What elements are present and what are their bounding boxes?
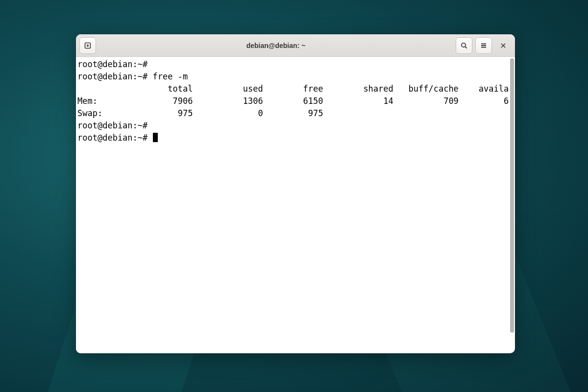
search-button[interactable] (456, 37, 472, 54)
scrollbar[interactable] (509, 57, 515, 353)
svg-line-4 (465, 47, 466, 48)
svg-point-3 (462, 43, 466, 47)
terminal-line: root@debian:~# (77, 58, 509, 71)
terminal-line: root@debian:~# (77, 120, 509, 132)
terminal-window: debian@debian: ~ (76, 34, 515, 353)
search-icon (460, 42, 468, 49)
terminal-line: Swap: 975 0 975 (77, 107, 509, 120)
terminal-line: total used free shared buff/cache availa… (77, 83, 509, 95)
menu-button[interactable] (475, 37, 492, 54)
new-tab-icon (84, 42, 92, 49)
close-icon (500, 42, 507, 49)
close-button[interactable] (495, 37, 512, 54)
terminal-line: root@debian:~# (77, 132, 509, 144)
scrollbar-thumb[interactable] (510, 58, 514, 333)
new-tab-button[interactable] (79, 37, 96, 54)
titlebar[interactable]: debian@debian: ~ (76, 34, 515, 57)
terminal-output[interactable]: root@debian:~# root@debian:~# free -m to… (76, 57, 509, 353)
window-title: debian@debian: ~ (99, 42, 453, 49)
cursor (153, 133, 158, 142)
hamburger-icon (480, 42, 488, 49)
terminal-line: root@debian:~# free -m (77, 71, 509, 83)
terminal-line: Mem: 7906 1306 6150 14 709 6600 (77, 95, 509, 107)
